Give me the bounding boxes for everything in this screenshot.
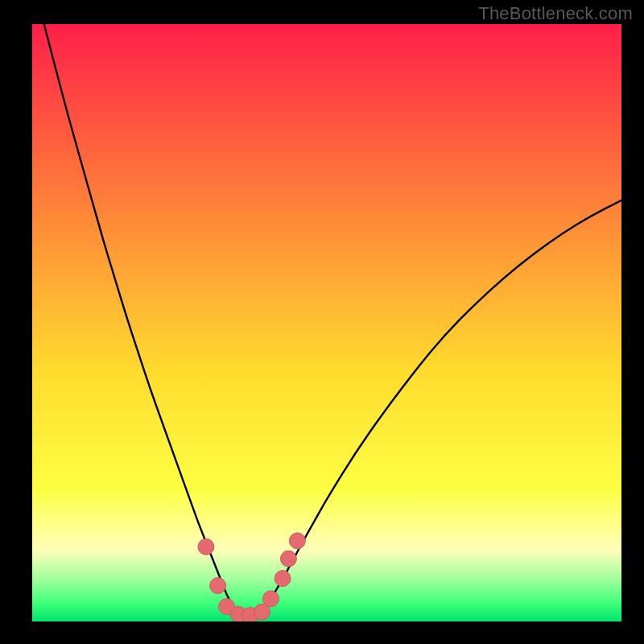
curve-marker (198, 539, 214, 555)
curve-marker (262, 591, 279, 607)
curve-marker (280, 551, 296, 567)
curve-marker (275, 571, 291, 587)
curve-marker (210, 577, 226, 593)
watermark-text: TheBottleneck.com (478, 3, 633, 24)
gradient-background (32, 24, 621, 621)
bottleneck-chart (32, 24, 621, 621)
plot-area (32, 24, 621, 621)
chart-frame: TheBottleneck.com (0, 0, 644, 644)
curve-marker (289, 533, 305, 549)
